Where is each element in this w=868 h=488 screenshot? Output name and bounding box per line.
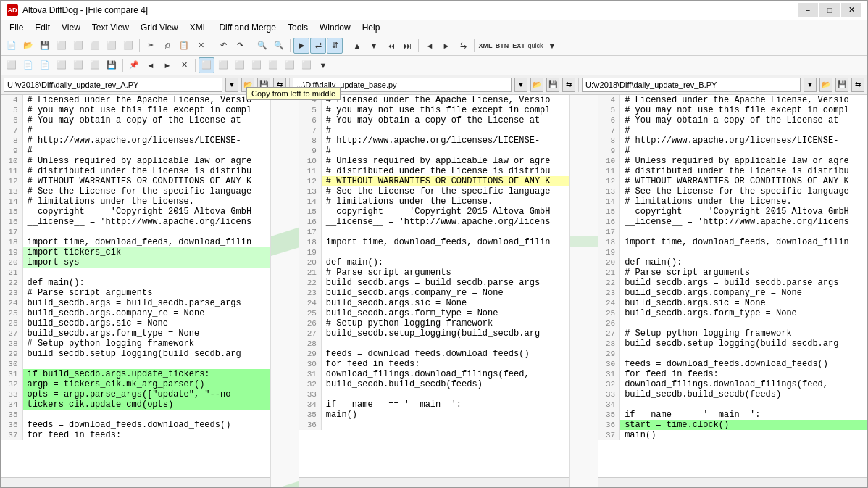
tb-btn4[interactable]: ⬜ bbox=[70, 38, 86, 54]
tb-btn5[interactable]: ⬜ bbox=[87, 38, 103, 54]
connector-middle-right bbox=[569, 95, 598, 488]
middle-pane-scrollbar[interactable] bbox=[299, 477, 568, 487]
tb-find-btn[interactable]: 🔍 bbox=[254, 38, 270, 54]
menu-help[interactable]: Help bbox=[356, 20, 386, 36]
right-path-input[interactable] bbox=[582, 78, 801, 92]
menu-view[interactable]: View bbox=[56, 20, 86, 36]
menu-gridview[interactable]: Grid View bbox=[135, 20, 184, 36]
tb2-nav2-btn[interactable]: ► bbox=[159, 57, 175, 73]
middle-pane-content[interactable]: 4# Licensed under the Apache License, Ve… bbox=[299, 95, 568, 478]
tb2-btn7[interactable]: 💾 bbox=[104, 57, 120, 73]
middle-path-open-btn[interactable]: 📂 bbox=[530, 78, 543, 92]
right-diff-table: 4# Licensed under the Apache License, Ve… bbox=[598, 95, 867, 440]
tb-nav-first-btn[interactable]: ⏮ bbox=[383, 38, 398, 54]
tb-ext-btn[interactable]: EXT bbox=[511, 38, 527, 54]
tb-quick-btn[interactable]: quick bbox=[527, 38, 543, 54]
tb-nav-up-btn[interactable]: ▲ bbox=[349, 38, 365, 54]
table-row: 33 bbox=[299, 389, 568, 400]
tb-nav-last-btn[interactable]: ⏭ bbox=[399, 38, 415, 54]
maximize-button[interactable]: □ bbox=[819, 3, 840, 17]
table-row: 19 bbox=[299, 247, 568, 257]
right-path-browse-btn[interactable]: ▼ bbox=[804, 78, 817, 92]
table-row: 4# Licensed under the Apache License, Ve… bbox=[299, 95, 568, 105]
tb-copy-right-btn[interactable]: ► bbox=[438, 38, 454, 54]
right-path-save-btn[interactable]: 💾 bbox=[835, 78, 848, 92]
table-row: 25 build_secdb.args.form_type = None bbox=[299, 308, 568, 318]
table-row: 32 build_secdb.build_secdb(feeds) bbox=[299, 379, 568, 389]
tb-redo-btn[interactable]: ↷ bbox=[232, 38, 248, 54]
tb2-view3-btn[interactable]: ⬜ bbox=[232, 57, 248, 73]
tb2-btn1[interactable]: ⬜ bbox=[4, 57, 20, 73]
right-pane-content[interactable]: 4# Licensed under the Apache License, Ve… bbox=[598, 95, 867, 478]
tb2-btn2[interactable]: 📄 bbox=[20, 57, 36, 73]
tb-new-btn[interactable]: 📄 bbox=[4, 38, 20, 54]
table-row: 7# bbox=[299, 125, 568, 136]
tb2-view4-btn[interactable]: ⬜ bbox=[249, 57, 264, 73]
tb-xml-btn[interactable]: XML bbox=[477, 38, 493, 54]
sep4 bbox=[290, 39, 291, 52]
tb-btn6[interactable]: ⬜ bbox=[104, 38, 120, 54]
left-path-save-btn[interactable]: 💾 bbox=[257, 78, 270, 92]
tb-copy-btn[interactable]: ⎙ bbox=[159, 38, 175, 54]
left-path-open-btn[interactable]: 📂 bbox=[241, 78, 254, 92]
tb-delete-btn[interactable]: ✕ bbox=[193, 38, 209, 54]
tb2-view5-btn[interactable]: ⬜ bbox=[265, 57, 281, 73]
left-pane-content[interactable]: 4# Licensed under the Apache License, Ve… bbox=[1, 95, 270, 478]
menu-diffmerge[interactable]: Diff and Merge bbox=[213, 20, 282, 36]
tb-paste-btn[interactable]: 📋 bbox=[176, 38, 192, 54]
tb2-view6-btn[interactable]: ⬜ bbox=[282, 57, 298, 73]
tb2-pin-btn[interactable]: 📌 bbox=[126, 57, 142, 73]
left-path-browse-btn[interactable]: ▼ bbox=[225, 78, 238, 92]
tb2-btn4[interactable]: ⬜ bbox=[54, 57, 70, 73]
minimize-button[interactable]: − bbox=[798, 3, 818, 17]
tb-cut-btn[interactable]: ✂ bbox=[143, 38, 159, 54]
tb2-nav3-btn[interactable]: ✕ bbox=[176, 57, 192, 73]
table-row: 13# See the License for the specific lan… bbox=[1, 186, 270, 197]
menu-file[interactable]: File bbox=[4, 20, 29, 36]
tb-merge-btn[interactable]: ⇆ bbox=[455, 38, 471, 54]
tb2-btn3[interactable]: 📄 bbox=[37, 57, 53, 73]
tb-open-btn[interactable]: 📂 bbox=[20, 38, 36, 54]
close-button[interactable]: ✕ bbox=[841, 3, 861, 17]
right-path-swap-btn[interactable]: ⇆ bbox=[851, 78, 864, 92]
table-row: 28 bbox=[299, 339, 568, 349]
middle-path-swap-btn[interactable]: ⇆ bbox=[562, 78, 575, 92]
tb-copy-left-btn[interactable]: ◄ bbox=[422, 38, 438, 54]
left-path-input[interactable] bbox=[4, 78, 222, 92]
tb2-btn5[interactable]: ⬜ bbox=[70, 57, 86, 73]
tb-btn7[interactable]: ⬜ bbox=[120, 38, 136, 54]
tb-replace-btn[interactable]: 🔍 bbox=[271, 38, 287, 54]
menu-textview[interactable]: Text View bbox=[86, 20, 135, 36]
menu-xml[interactable]: XML bbox=[184, 20, 214, 36]
tb-btn3[interactable]: ⬜ bbox=[54, 38, 70, 54]
menu-window[interactable]: Window bbox=[314, 20, 356, 36]
table-row: 29 feeds = download_feeds.download_feeds… bbox=[299, 349, 568, 359]
tb-undo-btn[interactable]: ↶ bbox=[215, 38, 231, 54]
table-row: 31 for feed in feeds: bbox=[598, 369, 867, 379]
tb-sync-btn[interactable]: ⇄ bbox=[310, 38, 326, 54]
right-pane-scrollbar[interactable] bbox=[598, 477, 867, 487]
tb2-view1-btn[interactable]: ⬜ bbox=[199, 57, 214, 73]
middle-path-save-btn[interactable]: 💾 bbox=[546, 78, 559, 92]
tb-nav-down-btn[interactable]: ▼ bbox=[366, 38, 382, 54]
table-row: 27 build_secdb.args.form_type = None bbox=[1, 328, 270, 339]
tb-autosync-btn[interactable]: ⇵ bbox=[327, 38, 343, 54]
tb2-view7-btn[interactable]: ⬜ bbox=[299, 57, 314, 73]
tb2-more-btn[interactable]: ▼ bbox=[315, 57, 331, 73]
tb-more-btn[interactable]: ▼ bbox=[544, 38, 560, 54]
tb2-nav1-btn[interactable]: ◄ bbox=[143, 57, 159, 73]
tb-compare-btn[interactable]: ▶ bbox=[293, 38, 309, 54]
left-pane-scrollbar[interactable] bbox=[1, 477, 270, 487]
table-row: 24 build_secdb.args.sic = None bbox=[299, 298, 568, 308]
middle-path-input[interactable] bbox=[293, 78, 512, 92]
menu-tools[interactable]: Tools bbox=[282, 20, 314, 36]
menu-edit[interactable]: Edit bbox=[29, 20, 56, 36]
tb-btn-btn[interactable]: BTN bbox=[494, 38, 510, 54]
right-path-open-btn[interactable]: 📂 bbox=[819, 78, 832, 92]
left-path-swap-btn[interactable]: ⇆ bbox=[273, 78, 286, 92]
tb2-view2-btn[interactable]: ⬜ bbox=[215, 57, 231, 73]
tb-save-btn[interactable]: 💾 bbox=[37, 38, 53, 54]
middle-path-browse-btn[interactable]: ▼ bbox=[514, 78, 527, 92]
table-row: 30 feeds = download_feeds.download_feeds… bbox=[598, 359, 867, 369]
tb2-btn6[interactable]: ⬜ bbox=[87, 57, 103, 73]
